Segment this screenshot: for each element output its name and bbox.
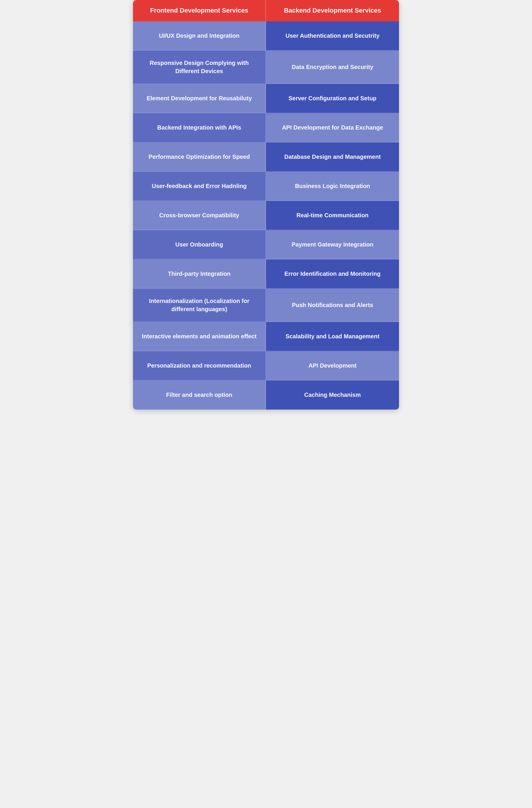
backend-cell: User Authentication and Secutrity [266,21,399,51]
frontend-cell: Filter and search option [133,381,266,410]
table-body: UI/UX Design and Integration User Authen… [133,21,399,410]
frontend-cell: Personalization and recommendation [133,351,266,381]
table-header: Frontend Development Services Backend De… [133,0,399,21]
frontend-cell: User Onboarding [133,230,266,259]
backend-cell: Server Configuration and Setup [266,84,399,113]
frontend-cell: Cross-browser Compatibility [133,201,266,230]
frontend-cell: Backend Integration with APIs [133,113,266,142]
backend-cell: Database Design and Management [266,142,399,172]
comparison-table: Frontend Development Services Backend De… [133,0,399,410]
backend-cell: Real-time Communication [266,201,399,230]
backend-header: Backend Development Services [266,0,399,21]
frontend-cell: Internationalization (Localization for d… [133,289,266,322]
backend-cell: API Development [266,351,399,381]
frontend-header: Frontend Development Services [133,0,266,21]
backend-cell: Error Identification and Monitoring [266,259,399,289]
frontend-cell: User-feedback and Error Hadnling [133,172,266,201]
backend-cell: Scalability and Load Management [266,322,399,351]
frontend-cell: Performance Optimization for Speed [133,142,266,172]
frontend-cell: Element Development for Reusabiluty [133,84,266,113]
backend-cell: API Development for Data Exchange [266,113,399,142]
frontend-cell: Responsive Design Complying with Differe… [133,51,266,84]
backend-cell: Push Notifications and Alerts [266,289,399,322]
frontend-cell: Third-party Integration [133,259,266,289]
backend-cell: Data Encryption and Security [266,51,399,84]
backend-cell: Caching Mechanism [266,381,399,410]
frontend-cell: UI/UX Design and Integration [133,21,266,51]
backend-cell: Payment Gateway Integration [266,230,399,259]
frontend-cell: Interactive elements and animation effec… [133,322,266,351]
backend-cell: Business Logic Integration [266,172,399,201]
